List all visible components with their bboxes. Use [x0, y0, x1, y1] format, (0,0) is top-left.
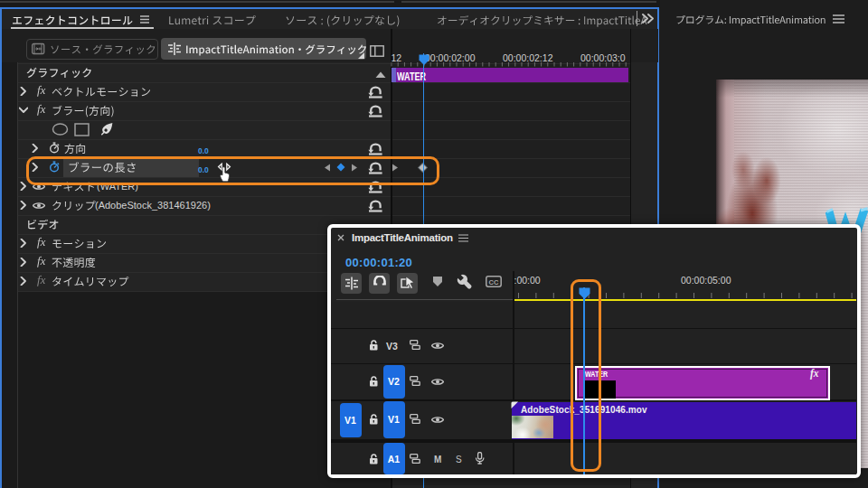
- svg-text:CC: CC: [489, 278, 499, 286]
